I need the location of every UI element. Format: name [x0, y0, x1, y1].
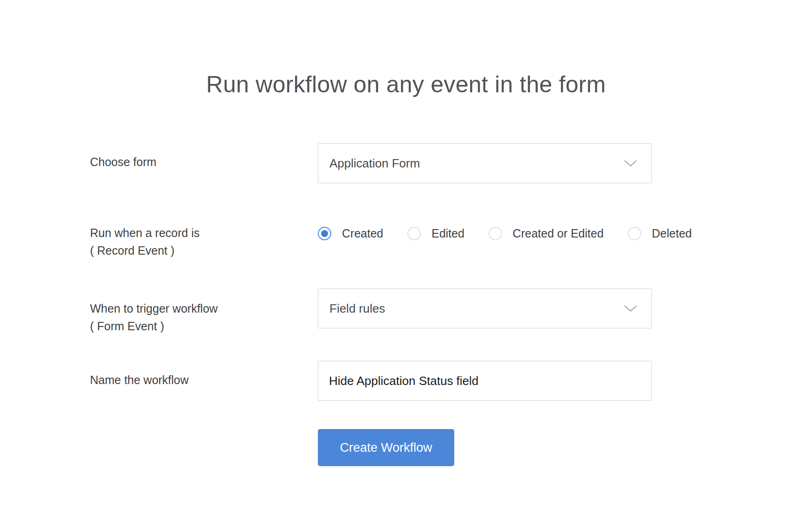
page-title: Run workflow on any event in the form — [0, 73, 812, 96]
radio-created-or-edited-label[interactable]: Created or Edited — [513, 227, 604, 240]
radio-edited-label[interactable]: Edited — [432, 227, 464, 240]
workflow-name-label: Name the workflow — [90, 371, 189, 389]
workflow-setup-page: Run workflow on any event in the form Ch… — [0, 0, 812, 526]
radio-deleted-button[interactable] — [628, 227, 641, 240]
form-event-label-line1: When to trigger workflow — [90, 300, 218, 317]
trigger-type-select[interactable]: Field rules — [318, 289, 652, 328]
form-event-label-line2: ( Form Event ) — [90, 317, 218, 335]
trigger-type-selected-value: Field rules — [329, 301, 385, 316]
radio-option-edited[interactable]: Edited — [407, 227, 464, 240]
radio-option-created[interactable]: Created — [318, 227, 383, 240]
record-event-label-line2: ( Record Event ) — [90, 242, 200, 259]
choose-form-select[interactable]: Application Form — [318, 143, 652, 183]
radio-created-button[interactable] — [318, 227, 331, 240]
radio-option-deleted[interactable]: Deleted — [628, 227, 692, 240]
radio-created-or-edited-button[interactable] — [489, 227, 502, 240]
chevron-down-icon — [624, 160, 637, 167]
record-event-label-line1: Run when a record is — [90, 224, 200, 242]
record-event-radio-group: Created Edited Created or Edited Deleted — [318, 220, 692, 247]
record-event-label: Run when a record is ( Record Event ) — [90, 224, 200, 259]
radio-option-created-or-edited[interactable]: Created or Edited — [489, 227, 604, 240]
form-event-label: When to trigger workflow ( Form Event ) — [90, 300, 218, 335]
choose-form-label: Choose form — [90, 153, 156, 171]
create-workflow-button[interactable]: Create Workflow — [318, 429, 454, 466]
radio-deleted-label[interactable]: Deleted — [652, 227, 692, 240]
workflow-name-input[interactable] — [318, 361, 652, 401]
radio-edited-button[interactable] — [407, 227, 421, 240]
radio-created-label[interactable]: Created — [342, 227, 383, 240]
chevron-down-icon — [624, 305, 637, 312]
choose-form-selected-value: Application Form — [329, 156, 420, 171]
